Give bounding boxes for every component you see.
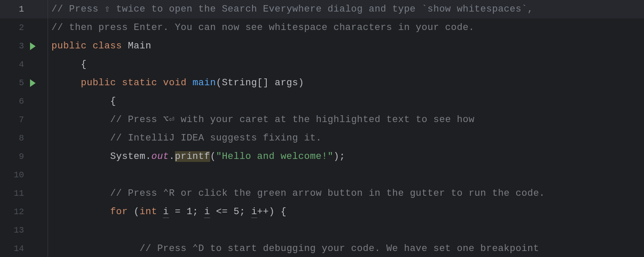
- code-token: i: [204, 206, 210, 218]
- code-line[interactable]: {: [48, 55, 644, 74]
- code-token: {: [110, 96, 116, 107]
- code-token: [122, 41, 128, 51]
- code-token: (: [210, 151, 216, 162]
- gutter-row[interactable]: 7: [0, 111, 48, 129]
- code-token: [157, 206, 163, 217]
- code-token: main: [193, 78, 216, 88]
- gutter-row[interactable]: 8: [0, 129, 48, 147]
- code-token: String[] args: [222, 78, 298, 88]
- code-line[interactable]: public static void main(String[] args): [48, 74, 644, 92]
- code-token: printf: [175, 151, 210, 162]
- code-line[interactable]: for (int i = 1; i <= 5; i++) {: [48, 203, 644, 221]
- code-token: <=: [210, 206, 234, 217]
- code-token: {: [81, 59, 87, 70]
- code-token: class: [93, 41, 122, 51]
- code-token: (: [128, 206, 139, 217]
- code-line[interactable]: System.out.printf("Hello and welcome!");: [48, 147, 644, 166]
- code-token: void: [163, 78, 187, 88]
- gutter-row[interactable]: 12: [0, 203, 48, 221]
- gutter-row[interactable]: 6: [0, 92, 48, 111]
- editor-gutter[interactable]: 1234567891011121314: [0, 0, 48, 257]
- code-line[interactable]: {: [48, 92, 644, 111]
- code-token: .: [169, 151, 175, 162]
- run-icon[interactable]: [30, 42, 36, 50]
- code-token: ): [298, 78, 304, 88]
- code-line[interactable]: // Press ⌃R or click the green arrow but…: [48, 184, 644, 203]
- line-number: 14: [0, 239, 27, 257]
- code-token: ): [334, 151, 340, 162]
- gutter-row[interactable]: 10: [0, 166, 48, 184]
- code-token: [87, 41, 93, 51]
- code-token: for: [110, 206, 128, 217]
- gutter-row[interactable]: 1: [0, 0, 48, 18]
- line-number: 6: [0, 92, 27, 111]
- line-number: 4: [0, 55, 27, 74]
- code-line[interactable]: // IntelliJ IDEA suggests fixing it.: [48, 129, 644, 147]
- code-token: [157, 78, 163, 88]
- line-number: 2: [0, 18, 27, 37]
- code-token: ;: [193, 206, 204, 217]
- line-number: 13: [0, 221, 27, 239]
- editor-code-area[interactable]: // Press ⇧ twice to open the Search Ever…: [48, 0, 644, 257]
- code-token: public: [51, 41, 87, 51]
- line-number: 7: [0, 111, 27, 129]
- run-icon[interactable]: [30, 79, 36, 87]
- line-number: 3: [0, 37, 27, 55]
- gutter-row[interactable]: 5: [0, 74, 48, 92]
- code-line[interactable]: // Press ⌃D to start debugging your code…: [48, 239, 644, 257]
- code-token: // Press ⌃D to start debugging your code…: [140, 243, 539, 254]
- code-token: i: [163, 206, 169, 218]
- line-number: 11: [0, 184, 27, 203]
- line-number: 12: [0, 203, 27, 221]
- gutter-row[interactable]: 11: [0, 184, 48, 203]
- code-token: "Hello and welcome!": [216, 151, 334, 162]
- code-token: // Press ⌃R or click the green arrow but…: [110, 188, 545, 199]
- code-token: [187, 78, 193, 88]
- code-token: public: [81, 78, 116, 88]
- line-number: 5: [0, 74, 27, 92]
- code-token: ++: [257, 206, 269, 217]
- code-token: // Press ⇧ twice to open the Search Ever…: [51, 4, 533, 15]
- gutter-row[interactable]: 13: [0, 221, 48, 239]
- code-token: =: [169, 206, 187, 217]
- code-token: 1: [187, 206, 193, 217]
- line-number: 9: [0, 147, 27, 166]
- code-token: Main: [128, 41, 151, 51]
- code-token: ;: [240, 206, 251, 217]
- code-line[interactable]: // Press ⇧ twice to open the Search Ever…: [48, 0, 644, 18]
- code-token: // IntelliJ IDEA suggests fixing it.: [110, 133, 322, 143]
- code-token: ;: [339, 151, 345, 162]
- gutter-row[interactable]: 14: [0, 239, 48, 257]
- gutter-row[interactable]: 9: [0, 147, 48, 166]
- line-number: 1: [0, 0, 27, 18]
- gutter-row[interactable]: 4: [0, 55, 48, 74]
- code-token: // then press Enter. You can now see whi…: [51, 22, 475, 33]
- code-line[interactable]: [48, 221, 644, 239]
- line-number: 8: [0, 129, 27, 147]
- code-line[interactable]: public class Main: [48, 37, 644, 55]
- gutter-row[interactable]: 3: [0, 37, 48, 55]
- code-token: [116, 78, 122, 88]
- code-line[interactable]: // then press Enter. You can now see whi…: [48, 18, 644, 37]
- code-token: out: [151, 151, 169, 162]
- code-line[interactable]: [48, 166, 644, 184]
- code-line[interactable]: // Press ⌥⏎ with your caret at the highl…: [48, 111, 644, 129]
- code-token: System: [110, 151, 145, 162]
- code-token: .: [145, 151, 151, 162]
- gutter-row[interactable]: 2: [0, 18, 48, 37]
- code-token: ) {: [269, 206, 286, 217]
- code-token: 5: [234, 206, 240, 217]
- code-token: int: [140, 206, 157, 217]
- code-token: i: [251, 206, 257, 218]
- code-token: static: [122, 78, 157, 88]
- code-token: // Press ⌥⏎ with your caret at the highl…: [110, 114, 475, 125]
- line-number: 10: [0, 166, 27, 184]
- code-token: (: [216, 78, 222, 88]
